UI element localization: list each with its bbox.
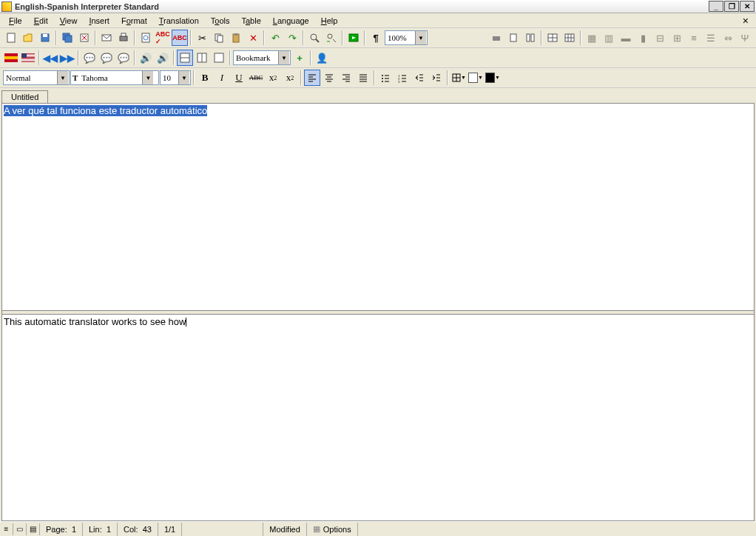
speak-both-button[interactable]: 💬 (115, 50, 132, 66)
superscript-button[interactable]: x2 (282, 70, 298, 86)
translate-next-button[interactable]: ▶▶ (59, 50, 75, 66)
view-split-v-button[interactable] (194, 50, 210, 66)
voice-button[interactable]: 🔊 (138, 50, 154, 66)
bookmark-input[interactable] (234, 53, 278, 62)
table-grid-button[interactable] (561, 30, 578, 46)
border-button[interactable]: ▼ (450, 70, 467, 86)
document-tab[interactable]: Untitled (1, 90, 48, 103)
svg-rect-10 (121, 33, 126, 36)
menu-language[interactable]: Language (267, 15, 315, 27)
view-single-button[interactable] (211, 50, 227, 66)
dropdown-arrow-icon[interactable]: ▼ (178, 71, 189, 84)
source-text[interactable]: A ver qué tal funciona este traductor au… (4, 105, 207, 116)
view-split-h-button[interactable] (177, 50, 193, 66)
menu-insert[interactable]: Insert (83, 15, 115, 27)
indent-button[interactable] (428, 70, 445, 86)
subscript-button[interactable]: x2 (265, 70, 281, 86)
menu-help[interactable]: Help (315, 15, 344, 27)
number-list-button[interactable]: 123 (394, 70, 411, 86)
columns-button[interactable] (522, 30, 539, 46)
user-button[interactable]: 👤 (314, 50, 330, 66)
menu-edit[interactable]: Edit (28, 15, 54, 27)
size-input[interactable] (161, 73, 178, 82)
spellcheck-button[interactable]: ABC✓ (155, 30, 171, 46)
add-bookmark-button[interactable]: + (291, 50, 308, 66)
font-combo[interactable]: T ▼ (70, 70, 159, 85)
close-doc-button[interactable] (76, 30, 92, 46)
zoom-input[interactable] (385, 33, 415, 42)
status-options[interactable]: ▦ Options (307, 523, 358, 536)
run-button[interactable] (345, 30, 362, 46)
new-button[interactable] (3, 30, 19, 46)
minimize-button[interactable]: _ (709, 1, 723, 12)
align-center-button[interactable] (321, 70, 337, 86)
cut-button[interactable]: ✂ (194, 30, 210, 46)
source-pane[interactable]: A ver qué tal funciona este traductor au… (2, 104, 754, 310)
font-input[interactable] (79, 73, 142, 82)
stop-voice-button[interactable]: 🔊 (155, 50, 171, 66)
underline-button[interactable]: U (231, 70, 247, 86)
strike-button[interactable]: ABC (248, 70, 264, 86)
font-color-button[interactable]: ▼ (485, 70, 501, 86)
close-button[interactable]: ✕ (740, 1, 755, 12)
copy-button[interactable] (211, 30, 227, 46)
maximize-button[interactable]: ❐ (724, 1, 739, 12)
view-layout-button[interactable]: ▭ (13, 523, 27, 535)
style-combo[interactable]: ▼ (3, 70, 70, 85)
redo-button[interactable]: ↷ (284, 30, 300, 46)
translate-prev-button[interactable]: ◀◀ (42, 50, 58, 66)
paste-button[interactable] (228, 30, 244, 46)
zoom-combo[interactable]: ▼ (385, 30, 428, 45)
menu-translation[interactable]: Translation (153, 15, 205, 27)
flag-english-button[interactable] (20, 50, 36, 66)
highlight-color-button[interactable]: ▼ (468, 70, 484, 86)
svg-text:3: 3 (398, 80, 400, 83)
dropdown-arrow-icon[interactable]: ▼ (142, 71, 153, 84)
open-button[interactable] (20, 30, 36, 46)
bookmark-combo[interactable]: ▼ (233, 50, 291, 65)
preview-button[interactable] (138, 30, 154, 46)
find-replace-button[interactable] (323, 30, 340, 46)
align-right-button[interactable] (338, 70, 354, 86)
separator (134, 50, 135, 65)
separator (134, 30, 135, 45)
dropdown-arrow-icon[interactable]: ▼ (278, 51, 289, 64)
menu-tools[interactable]: Tools (205, 15, 236, 27)
save-all-button[interactable] (59, 30, 75, 46)
outdent-button[interactable] (411, 70, 428, 86)
dropdown-arrow-icon[interactable]: ▼ (415, 31, 426, 44)
bold-button[interactable]: B (197, 70, 213, 86)
bullet-list-button[interactable] (377, 70, 394, 86)
size-combo[interactable]: ▼ (160, 70, 191, 85)
toolbar-standard: ABC✓ ABC ✂ ✕ ↶ ↷ ¶ ▼ ▦ ▥ ▬ ▮ ⊟ ⊞ ≡ ☰ ⇔ Ψ (0, 28, 756, 48)
menu-format[interactable]: Format (115, 15, 153, 27)
menu-table[interactable]: Table (235, 15, 266, 27)
mail-button[interactable] (98, 30, 115, 46)
show-formatting-button[interactable]: ¶ (368, 30, 384, 46)
view-normal-button[interactable]: ≡ (0, 523, 13, 535)
doc-close-button[interactable]: × (738, 15, 753, 27)
speak-target-button[interactable]: 💬 (98, 50, 115, 66)
italic-button[interactable]: I (214, 70, 230, 86)
save-button[interactable] (37, 30, 53, 46)
undo-button[interactable]: ↶ (267, 30, 283, 46)
print-setup-button[interactable] (488, 30, 504, 46)
align-justify-button[interactable] (355, 70, 371, 86)
align-left-button[interactable] (304, 70, 320, 86)
page-setup-button[interactable] (505, 30, 522, 46)
menu-view[interactable]: View (54, 15, 84, 27)
style-input[interactable] (4, 73, 57, 82)
print-button[interactable] (115, 30, 132, 46)
speak-source-button[interactable]: 💬 (81, 50, 98, 66)
status-blank (182, 523, 263, 536)
find-button[interactable] (306, 30, 323, 46)
target-pane[interactable]: This automatic translator works to see h… (2, 315, 754, 521)
view-outline-button[interactable]: ▤ (27, 523, 40, 535)
svg-line-7 (82, 36, 87, 40)
dropdown-arrow-icon[interactable]: ▼ (57, 71, 68, 84)
insert-table-button[interactable] (544, 30, 561, 46)
menu-file[interactable]: File (3, 15, 28, 27)
spellcheck-as-type-button[interactable]: ABC (172, 30, 188, 46)
delete-button[interactable]: ✕ (245, 30, 261, 46)
flag-spanish-button[interactable] (3, 50, 19, 66)
